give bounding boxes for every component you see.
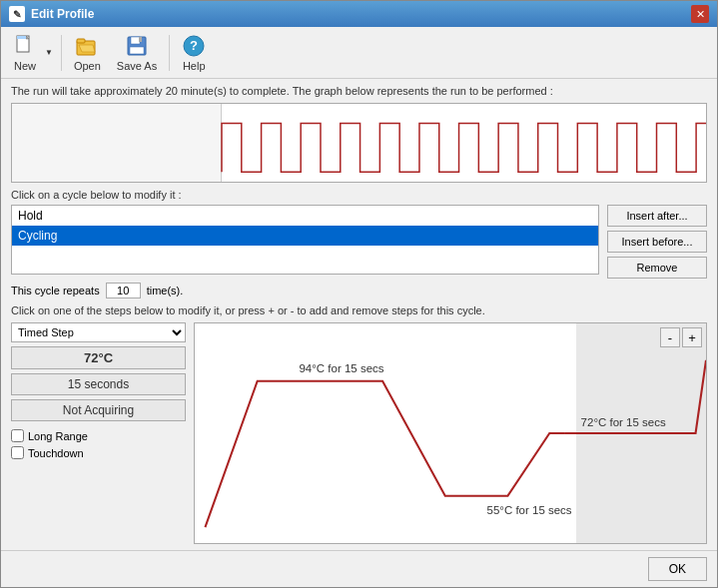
svg-rect-8 — [130, 47, 144, 54]
cycle-list-row: Hold Cycling Insert after... Insert befo… — [11, 205, 707, 279]
step-add-remove-buttons: - + — [660, 327, 702, 347]
svg-text:94°C for 15 secs: 94°C for 15 secs — [299, 362, 383, 374]
new-button[interactable]: New — [7, 30, 43, 76]
new-label: New — [14, 60, 36, 72]
step-checkboxes: Long Range Touchdown — [11, 429, 186, 459]
long-range-label: Long Range — [28, 430, 88, 442]
svg-text:?: ? — [190, 38, 198, 53]
new-icon — [13, 34, 37, 58]
content-area: The run will take approximately 20 minut… — [1, 79, 717, 550]
repeats-unit: time(s). — [147, 285, 184, 296]
runtime-info: The run will take approximately 20 minut… — [11, 85, 707, 97]
graph-cycle-region — [222, 104, 706, 182]
new-dropdown-arrow[interactable]: ▼ — [43, 48, 55, 57]
insert-after-button[interactable]: Insert after... — [607, 205, 707, 227]
svg-text:72°C for 15 secs: 72°C for 15 secs — [581, 416, 666, 428]
profile-graph — [11, 103, 707, 183]
window-title: Edit Profile — [31, 7, 94, 21]
close-button[interactable]: ✕ — [691, 5, 709, 23]
svg-rect-4 — [77, 39, 85, 43]
step-panel: Timed Step Gradient Step Melt Step 72°C … — [11, 322, 186, 544]
graph-hold-region — [12, 104, 222, 182]
toolbar-divider-1 — [61, 35, 62, 71]
help-button[interactable]: ? Help — [176, 30, 212, 76]
remove-button[interactable]: Remove — [607, 257, 707, 279]
svg-rect-6 — [131, 37, 140, 44]
cycle-section: Click on a cycle below to modify it : Ho… — [11, 189, 707, 298]
svg-text:55°C for 15 secs: 55°C for 15 secs — [487, 505, 572, 517]
cycle-list[interactable]: Hold Cycling — [11, 205, 599, 275]
toolbar-divider-2 — [169, 35, 170, 71]
titlebar: ✎ Edit Profile ✕ — [1, 1, 717, 27]
repeats-input[interactable] — [106, 283, 141, 298]
repeats-label: This cycle repeats — [11, 285, 100, 296]
step-graph: 94°C for 15 secs 55°C for 15 secs 72°C f… — [194, 322, 707, 544]
step-type-row: Timed Step Gradient Step Melt Step — [11, 322, 186, 342]
long-range-checkbox-label[interactable]: Long Range — [11, 429, 186, 442]
help-label: Help — [183, 60, 206, 72]
svg-rect-7 — [139, 37, 142, 42]
new-button-group: New ▼ — [7, 30, 55, 76]
touchdown-checkbox-label[interactable]: Touchdown — [11, 446, 186, 459]
ok-button[interactable]: OK — [648, 557, 707, 581]
repeats-row: This cycle repeats time(s). — [11, 283, 707, 298]
step-type-select[interactable]: Timed Step Gradient Step Melt Step — [11, 322, 186, 342]
steps-section: Timed Step Gradient Step Melt Step 72°C … — [11, 322, 707, 544]
window-icon: ✎ — [9, 6, 25, 22]
save-as-button[interactable]: Save As — [111, 30, 163, 76]
open-icon — [75, 34, 99, 58]
svg-rect-2 — [17, 36, 26, 39]
titlebar-left: ✎ Edit Profile — [9, 6, 94, 22]
main-window: ✎ Edit Profile ✕ New ▼ — [0, 0, 718, 588]
cycle-item-cycling[interactable]: Cycling — [12, 226, 598, 246]
step-temperature[interactable]: 72°C — [11, 346, 186, 369]
touchdown-checkbox[interactable] — [11, 446, 24, 459]
save-as-icon — [125, 34, 149, 58]
step-acquisition[interactable]: Not Acquiring — [11, 399, 186, 421]
cycle-item-hold[interactable]: Hold — [12, 206, 598, 226]
remove-step-button[interactable]: - — [660, 327, 680, 347]
toolbar: New ▼ Open — [1, 27, 717, 79]
insert-before-button[interactable]: Insert before... — [607, 231, 707, 253]
step-duration[interactable]: 15 seconds — [11, 373, 186, 395]
open-label: Open — [74, 60, 101, 72]
cycle-section-label: Click on a cycle below to modify it : — [11, 189, 707, 201]
footer: OK — [1, 550, 717, 587]
steps-info-text: Click on one of the steps below to modif… — [11, 304, 707, 316]
cycle-action-buttons: Insert after... Insert before... Remove — [607, 205, 707, 279]
open-button[interactable]: Open — [68, 30, 107, 76]
long-range-checkbox[interactable] — [11, 429, 24, 442]
save-as-label: Save As — [117, 60, 157, 72]
help-icon: ? — [182, 34, 206, 58]
add-step-button[interactable]: + — [682, 327, 702, 347]
touchdown-label: Touchdown — [28, 447, 84, 459]
